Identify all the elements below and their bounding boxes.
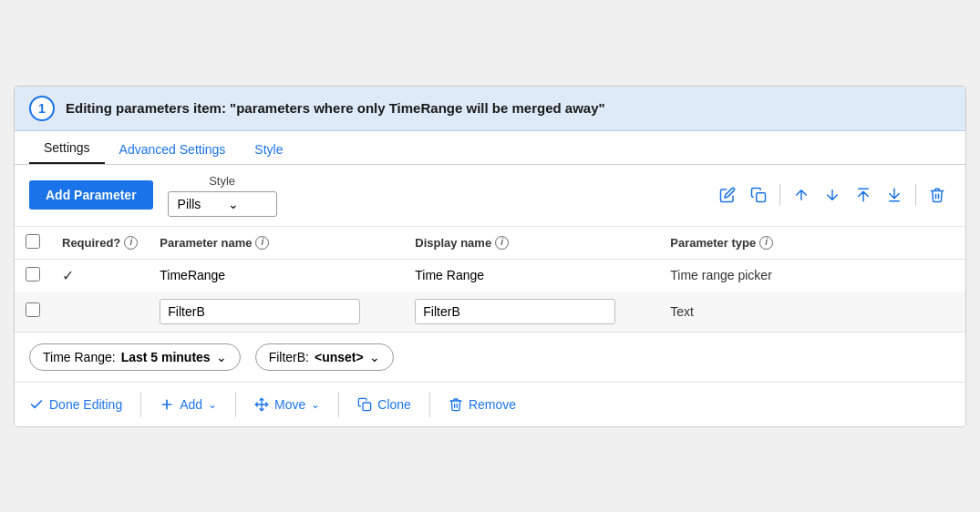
remove-button[interactable]: Remove xyxy=(434,392,531,417)
row2-checkbox[interactable] xyxy=(26,302,40,317)
style-label: Style xyxy=(209,174,235,188)
row2-param-name-input[interactable] xyxy=(160,299,360,324)
move-chevron-icon: ⌄ xyxy=(311,398,320,411)
tab-advanced-settings[interactable]: Advanced Settings xyxy=(105,133,241,164)
footer-divider-4 xyxy=(429,392,430,417)
svg-rect-5 xyxy=(363,403,371,411)
row1-param-name: TimeRange xyxy=(149,259,404,292)
remove-icon xyxy=(449,397,463,412)
move-top-button[interactable] xyxy=(850,183,877,207)
row1-checkbox[interactable] xyxy=(26,267,40,282)
time-range-chevron-icon: ⌄ xyxy=(216,350,227,364)
filterb-pill[interactable]: FilterB: <unset> ⌄ xyxy=(255,343,394,371)
move-button[interactable]: Move ⌄ xyxy=(240,392,335,417)
row2-param-type: Text xyxy=(659,292,965,332)
step-badge: 1 xyxy=(29,96,55,121)
select-all-checkbox[interactable] xyxy=(26,234,40,249)
row1-param-type: Time range picker xyxy=(659,259,965,292)
tab-style[interactable]: Style xyxy=(240,133,297,164)
filterb-pill-value: <unset> xyxy=(315,350,364,364)
plus-icon xyxy=(160,397,174,412)
clone-label: Clone xyxy=(377,397,411,412)
row2-display-name-input[interactable] xyxy=(415,299,615,324)
preview-row: Time Range: Last 5 minutes ⌄ FilterB: <u… xyxy=(15,332,965,383)
move-up-button[interactable] xyxy=(788,183,815,207)
clone-button[interactable]: Clone xyxy=(343,392,426,417)
main-container: 1 Editing parameters item: "parameters w… xyxy=(14,86,966,427)
row2-checkbox-cell xyxy=(15,292,51,332)
checkmark-icon xyxy=(29,397,44,412)
display-name-info-icon: i xyxy=(495,236,509,250)
style-dropdown-value: Pills xyxy=(178,197,201,211)
param-type-info-icon: i xyxy=(759,236,773,250)
row1-display-name: Time Range xyxy=(404,259,659,292)
filterb-pill-label: FilterB: xyxy=(269,350,309,364)
row2-param-name-cell xyxy=(149,292,404,332)
add-button[interactable]: Add ⌄ xyxy=(145,392,232,417)
param-name-info-icon: i xyxy=(255,236,269,250)
param-type-col-label: Parameter type xyxy=(670,236,756,250)
col-param-name: Parameter name i xyxy=(149,227,404,260)
col-checkbox xyxy=(15,227,51,260)
toolbar-row: Add Parameter Style Pills ⌄ xyxy=(15,165,965,227)
chevron-down-icon: ⌄ xyxy=(228,197,239,211)
required-col-label: Required? xyxy=(62,236,120,250)
col-display-name: Display name i xyxy=(404,227,659,260)
footer-divider-2 xyxy=(235,392,236,417)
style-dropdown[interactable]: Pills ⌄ xyxy=(168,191,277,217)
table-row: ✓ TimeRange Time Range Time range picker xyxy=(15,259,965,292)
add-label: Add xyxy=(180,397,202,412)
row1-checkmark: ✓ xyxy=(51,259,149,292)
header-text: Editing parameters item: "parameters whe… xyxy=(66,100,605,116)
done-editing-button[interactable]: Done Editing xyxy=(29,392,137,417)
tab-settings[interactable]: Settings xyxy=(29,131,105,164)
icon-divider-1 xyxy=(779,184,780,206)
required-info-icon: i xyxy=(124,236,138,250)
move-label: Move xyxy=(274,397,305,412)
edit-icon-button[interactable] xyxy=(714,183,741,207)
row2-display-name-cell xyxy=(404,292,659,332)
icon-divider-2 xyxy=(915,184,916,206)
remove-label: Remove xyxy=(469,397,516,412)
footer-divider-1 xyxy=(140,392,141,417)
col-required: Required? i xyxy=(51,227,149,260)
table-row: Text xyxy=(15,292,965,332)
param-name-col-label: Parameter name xyxy=(160,236,252,250)
toolbar-icons xyxy=(714,183,951,207)
move-bottom-button[interactable] xyxy=(881,183,908,207)
row1-checkbox-cell xyxy=(15,259,51,292)
move-icon xyxy=(254,397,269,412)
tabs-bar: Settings Advanced Settings Style xyxy=(15,131,965,165)
filterb-chevron-icon: ⌄ xyxy=(369,350,380,364)
add-button-group: Add ⌄ xyxy=(145,392,232,417)
time-range-pill[interactable]: Time Range: Last 5 minutes ⌄ xyxy=(29,343,241,371)
time-range-pill-value: Last 5 minutes xyxy=(121,350,211,364)
add-parameter-button[interactable]: Add Parameter xyxy=(29,180,153,210)
done-editing-label: Done Editing xyxy=(49,397,122,412)
display-name-col-label: Display name xyxy=(415,236,491,250)
footer-bar: Done Editing Add ⌄ Move ⌄ Clone Remo xyxy=(15,383,965,426)
move-down-button[interactable] xyxy=(819,183,846,207)
svg-rect-0 xyxy=(757,193,766,202)
delete-icon-button[interactable] xyxy=(923,183,951,207)
move-button-group: Move ⌄ xyxy=(240,392,335,417)
add-chevron-icon: ⌄ xyxy=(208,398,217,411)
time-range-pill-label: Time Range: xyxy=(43,350,116,364)
footer-divider-3 xyxy=(338,392,339,417)
header-bar: 1 Editing parameters item: "parameters w… xyxy=(15,87,965,131)
clone-icon xyxy=(357,397,372,412)
col-param-type: Parameter type i xyxy=(659,227,965,260)
copy-icon-button[interactable] xyxy=(745,183,772,207)
style-selector-group: Style Pills ⌄ xyxy=(168,174,277,217)
row2-checkmark xyxy=(51,292,149,332)
parameters-table: Required? i Parameter name i Display nam… xyxy=(15,227,965,332)
